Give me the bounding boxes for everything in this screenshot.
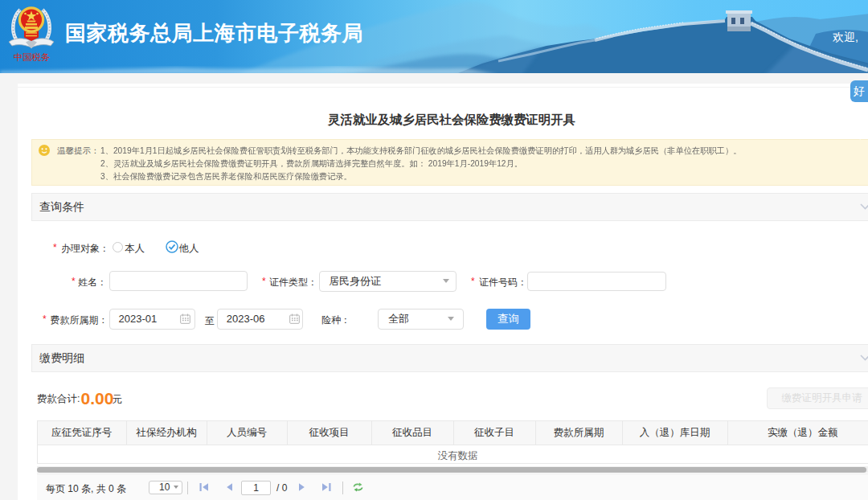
svg-text:中国税务: 中国税务 <box>14 52 51 62</box>
